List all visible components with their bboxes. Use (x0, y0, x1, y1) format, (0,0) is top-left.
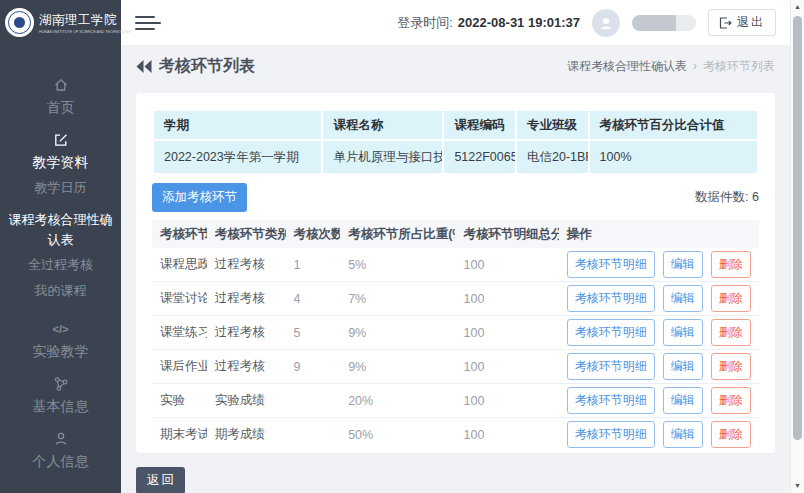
table-row: 期末考试 期考成绩 50% 100 考核环节明细 编辑 删除 (152, 418, 759, 452)
topbar-right: 登录时间:2022-08-31 19:01:37 退出 (397, 9, 776, 37)
detail-button[interactable]: 考核环节明细 (567, 421, 655, 448)
double-back-arrow-icon[interactable] (136, 60, 152, 73)
cell-total: 100 (455, 316, 558, 350)
col-actions: 操作 (559, 220, 759, 248)
edit-button[interactable]: 编辑 (663, 251, 703, 278)
delete-button[interactable]: 删除 (711, 251, 751, 278)
cell-weight: 9% (340, 350, 455, 384)
toolbar: 添加考核环节 数据件数: 6 (152, 183, 759, 212)
assessment-table: 考核环节 考核环节类别 考核次数 考核环节所占比重(%) 考核环节明细总分值 操… (152, 220, 759, 451)
sidebar-item-label: 实验教学 (0, 341, 121, 361)
edit-button[interactable]: 编辑 (663, 285, 703, 312)
sidebar-item-basic-info[interactable]: 基本信息 (0, 376, 121, 416)
logout-icon (719, 17, 732, 29)
back-button[interactable]: 返回 (136, 467, 185, 493)
scrollbar-thumb[interactable] (793, 16, 802, 440)
cell-count: 4 (286, 282, 341, 316)
user-icon (0, 431, 121, 447)
edit-icon (0, 132, 121, 148)
detail-button[interactable]: 考核环节明细 (567, 285, 655, 312)
page-title: 考核环节列表 (136, 56, 255, 77)
username-redacted (632, 15, 696, 31)
main-card: 学期 课程名称 课程编码 专业班级 考核环节百分比合计值 2022-2023学年… (136, 93, 775, 453)
edit-button[interactable]: 编辑 (663, 387, 703, 414)
info-header-percentage-total: 考核环节百分比合计值 (589, 110, 758, 140)
cell-total: 100 (455, 248, 558, 282)
university-logo: 湖南理工学院 HUNAN INSTITUTE OF SCIENCE AND TE… (0, 0, 121, 45)
scrollbar-down-arrow-icon[interactable]: ▼ (791, 479, 804, 493)
edit-button[interactable]: 编辑 (663, 421, 703, 448)
cell-name: 课堂讨论 (152, 282, 207, 316)
sidebar-item-label: 基本信息 (0, 396, 121, 416)
cell-weight: 9% (340, 316, 455, 350)
col-category: 考核环节类别 (207, 220, 286, 248)
cell-category: 期考成绩 (207, 418, 286, 452)
sidebar-item-teaching-calendar[interactable]: 教学日历 (0, 178, 121, 198)
sidebar-item-label: 教学资料 (0, 152, 121, 172)
cell-name: 课程思政 (152, 248, 207, 282)
cell-category: 过程考核 (207, 316, 286, 350)
edit-button[interactable]: 编辑 (663, 353, 703, 380)
screen: 湖南理工学院 HUNAN INSTITUTE OF SCIENCE AND TE… (0, 0, 804, 493)
sidebar-item-my-courses[interactable]: 我的课程 (0, 281, 121, 301)
col-total: 考核环节明细总分值 (455, 220, 558, 248)
data-count: 数据件数: 6 (695, 189, 759, 206)
logout-button[interactable]: 退出 (708, 9, 776, 36)
cell-total: 100 (455, 418, 558, 452)
vertical-scrollbar[interactable]: ▲ ▼ (790, 0, 804, 493)
detail-button[interactable]: 考核环节明细 (567, 387, 655, 414)
sidebar-item-assessment-confirmation[interactable]: 课程考核合理性确认表 (0, 210, 121, 250)
cell-category: 实验成绩 (207, 384, 286, 418)
detail-button[interactable]: 考核环节明细 (567, 319, 655, 346)
avatar[interactable] (592, 9, 620, 37)
login-time: 登录时间:2022-08-31 19:01:37 (397, 14, 580, 32)
col-count: 考核次数 (286, 220, 341, 248)
sidebar-item-label: 首页 (0, 97, 121, 117)
delete-button[interactable]: 删除 (711, 285, 751, 312)
breadcrumb-separator: › (693, 59, 697, 73)
sidebar-item-personal-info[interactable]: 个人信息 (0, 431, 121, 471)
login-time-value: 2022-08-31 19:01:37 (458, 15, 580, 30)
university-name-en: HUNAN INSTITUTE OF SCIENCE AND TECHNOLOG… (39, 29, 110, 34)
col-weight: 考核环节所占比重(%) (340, 220, 455, 248)
cell-count (286, 384, 341, 418)
info-percentage-total: 100% (589, 140, 758, 174)
info-header-course-name: 课程名称 (322, 110, 443, 140)
sidebar-item-experimental-teaching[interactable]: </> 实验教学 (0, 321, 121, 361)
cell-weight: 7% (340, 282, 455, 316)
sidebar-item-whole-process-assessment[interactable]: 全过程考核 (0, 255, 121, 275)
col-name: 考核环节 (152, 220, 207, 248)
breadcrumb-parent[interactable]: 课程考核合理性确认表 (567, 59, 687, 73)
delete-button[interactable]: 删除 (711, 387, 751, 414)
add-assessment-button[interactable]: 添加考核环节 (152, 183, 247, 212)
info-course-code: 5122F0065 (443, 140, 516, 174)
table-row: 课堂讨论 过程考核 4 7% 100 考核环节明细 编辑 删除 (152, 282, 759, 316)
delete-button[interactable]: 删除 (711, 421, 751, 448)
info-semester: 2022-2023学年第一学期 (153, 140, 322, 174)
cell-count: 1 (286, 248, 341, 282)
cell-name: 实验 (152, 384, 207, 418)
data-count-value: 6 (752, 190, 759, 204)
sidebar-item-teaching-materials[interactable]: 教学资料 (0, 132, 121, 172)
info-course-name: 单片机原理与接口技术 (322, 140, 443, 174)
university-emblem-icon (5, 8, 34, 37)
detail-button[interactable]: 考核环节明细 (567, 353, 655, 380)
sidebar-item-home[interactable]: 首页 (0, 77, 121, 117)
cell-name: 课堂练习 (152, 316, 207, 350)
home-icon (0, 77, 121, 93)
edit-button[interactable]: 编辑 (663, 319, 703, 346)
delete-button[interactable]: 删除 (711, 319, 751, 346)
detail-button[interactable]: 考核环节明细 (567, 251, 655, 278)
page-title-text: 考核环节列表 (159, 56, 255, 77)
scrollbar-up-arrow-icon[interactable]: ▲ (791, 0, 804, 14)
data-count-label: 数据件数: (695, 190, 748, 204)
hamburger-menu-icon[interactable] (135, 8, 161, 38)
course-info-table: 学期 课程名称 课程编码 专业班级 考核环节百分比合计值 2022-2023学年… (152, 109, 759, 175)
cell-weight: 50% (340, 418, 455, 452)
delete-button[interactable]: 删除 (711, 353, 751, 380)
sidebar-item-label: 个人信息 (0, 451, 121, 471)
page-header: 考核环节列表 课程考核合理性确认表›考核环节列表 (121, 45, 790, 88)
cell-count: 9 (286, 350, 341, 384)
assessment-table-header-row: 考核环节 考核环节类别 考核次数 考核环节所占比重(%) 考核环节明细总分值 操… (152, 220, 759, 248)
table-row: 课后作业 过程考核 9 9% 100 考核环节明细 编辑 删除 (152, 350, 759, 384)
